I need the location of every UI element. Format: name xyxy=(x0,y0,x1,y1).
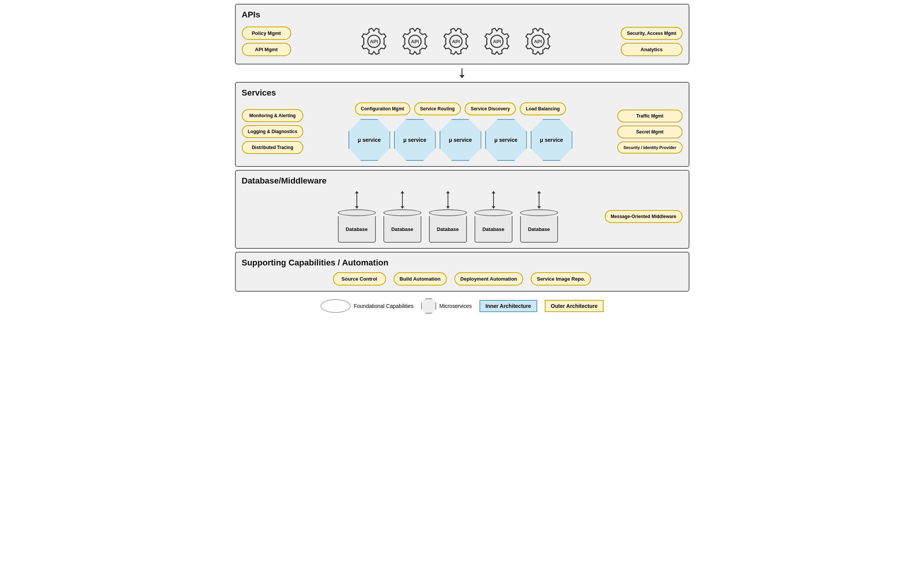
arrow-5 xyxy=(535,190,543,209)
deployment-automation: Deployment Automation xyxy=(454,272,523,286)
svg-text:API: API xyxy=(452,39,460,44)
legend-foundational: Foundational Capabilities xyxy=(320,299,413,313)
db-center: Database Database xyxy=(295,190,601,243)
arrow-2 xyxy=(399,190,406,209)
svg-marker-23 xyxy=(492,206,495,209)
svg-marker-13 xyxy=(355,191,359,193)
monitoring-alerting: Monitoring & Alerting xyxy=(242,109,304,122)
traffic-mgmt: Traffic Mgmt xyxy=(617,110,682,122)
load-balancing: Load Balancing xyxy=(520,102,566,115)
security-access-mgmt: Security, Access Mgmt xyxy=(621,27,682,40)
api-gear-3: API xyxy=(439,24,473,58)
services-right: Traffic Mgmt Secret Mgmt Security / Iden… xyxy=(617,102,682,161)
apis-center: API API API API xyxy=(295,24,617,58)
services-left: Monitoring & Alerting Logging & Diagnost… xyxy=(242,102,304,161)
main-diagram: APIs Policy Mgmt API Mgmt API API xyxy=(235,4,690,317)
legend-ellipse-shape xyxy=(320,299,351,313)
db-right: Message-Oriented Middleware xyxy=(605,210,683,223)
microservice-2: μ service xyxy=(394,119,436,161)
policy-mgmt: Policy Mgmt xyxy=(242,26,291,40)
db-col-4: Database xyxy=(473,190,515,243)
services-micro-row: μ service μ service μ service μ service … xyxy=(348,119,573,161)
api-gear-5: API xyxy=(521,24,555,58)
api-gear-1: API xyxy=(357,24,391,58)
api-mgmt: API Mgmt xyxy=(242,43,291,56)
svg-marker-20 xyxy=(446,206,450,209)
message-oriented-middleware: Message-Oriented Middleware xyxy=(605,210,683,223)
db-col-1: Database xyxy=(336,190,378,243)
services-section: Services Monitoring & Alerting Logging &… xyxy=(235,82,690,167)
database-4: Database xyxy=(473,209,515,243)
svg-marker-25 xyxy=(537,191,541,193)
svg-marker-11 xyxy=(459,75,465,78)
database-1: Database xyxy=(336,209,378,243)
microservice-1: μ service xyxy=(348,119,390,161)
service-image-repo: Service Image Repo. xyxy=(531,272,591,286)
db-layout: Database Database xyxy=(242,190,683,243)
arrow-4 xyxy=(490,190,497,209)
distributed-tracing: Distributed Tracing xyxy=(242,141,304,154)
legend: Foundational Capabilities Microservices … xyxy=(235,294,690,317)
services-top-row: Configuration Mgmt Service Routing Servi… xyxy=(355,102,566,115)
api-gear-2: API xyxy=(398,24,432,58)
apis-section: APIs Policy Mgmt API Mgmt API API xyxy=(235,4,690,64)
configuration-mgmt: Configuration Mgmt xyxy=(355,102,410,115)
microservice-5: μ service xyxy=(531,119,573,161)
service-routing: Service Routing xyxy=(414,102,461,115)
security-identity-provider: Security / Identity Provider xyxy=(617,141,682,154)
service-discovery: Service Discovery xyxy=(465,102,516,115)
apis-layout: Policy Mgmt API Mgmt API API xyxy=(242,24,683,58)
legend-foundational-label: Foundational Capabilities xyxy=(354,303,413,309)
support-layout: Source Control Build Automation Deployme… xyxy=(242,272,683,286)
analytics: Analytics xyxy=(621,43,682,56)
logging-diagnostics: Logging & Diagnostics xyxy=(242,125,304,138)
svg-text:API: API xyxy=(534,39,542,44)
db-col-2: Database xyxy=(381,190,423,243)
arrow-3 xyxy=(444,190,452,209)
supporting-section: Supporting Capabilities / Automation Sou… xyxy=(235,252,690,292)
db-col-5: Database xyxy=(518,190,560,243)
svg-marker-17 xyxy=(401,206,404,209)
api-to-services-arrow xyxy=(235,67,690,79)
svg-text:API: API xyxy=(493,39,501,44)
microservice-4: μ service xyxy=(485,119,527,161)
svg-marker-14 xyxy=(355,206,359,209)
database-3: Database xyxy=(427,209,469,243)
legend-octagon-shape xyxy=(421,298,436,314)
services-center: Configuration Mgmt Service Routing Servi… xyxy=(307,102,614,161)
api-gear-4: API xyxy=(480,24,514,58)
legend-inner-box: Inner Architecture xyxy=(480,300,537,312)
source-control: Source Control xyxy=(333,272,386,286)
legend-outer-box: Outer Architecture xyxy=(545,300,604,312)
database-5: Database xyxy=(518,209,560,243)
svg-marker-22 xyxy=(492,191,495,193)
services-layout: Monitoring & Alerting Logging & Diagnost… xyxy=(242,102,683,161)
apis-title: APIs xyxy=(242,10,683,20)
svg-marker-16 xyxy=(401,191,404,193)
build-automation: Build Automation xyxy=(394,272,447,286)
legend-microservices-label: Microservices xyxy=(439,303,472,309)
legend-outer: Outer Architecture xyxy=(545,300,604,312)
svg-text:API: API xyxy=(370,39,378,44)
legend-microservices: Microservices xyxy=(421,298,472,314)
supporting-title: Supporting Capabilities / Automation xyxy=(242,258,683,268)
db-col-3: Database xyxy=(427,190,469,243)
database-title: Database/Middleware xyxy=(242,176,683,186)
secret-mgmt: Secret Mgmt xyxy=(617,125,682,138)
database-2: Database xyxy=(381,209,423,243)
apis-left: Policy Mgmt API Mgmt xyxy=(242,26,291,56)
arrow-1 xyxy=(353,190,361,209)
svg-marker-26 xyxy=(537,206,541,209)
services-title: Services xyxy=(242,88,683,98)
svg-marker-19 xyxy=(446,191,450,193)
database-section: Database/Middleware Database xyxy=(235,170,690,249)
svg-text:API: API xyxy=(411,39,419,44)
legend-inner: Inner Architecture xyxy=(480,300,537,312)
microservice-3: μ service xyxy=(440,119,481,161)
apis-right: Security, Access Mgmt Analytics xyxy=(621,27,682,56)
